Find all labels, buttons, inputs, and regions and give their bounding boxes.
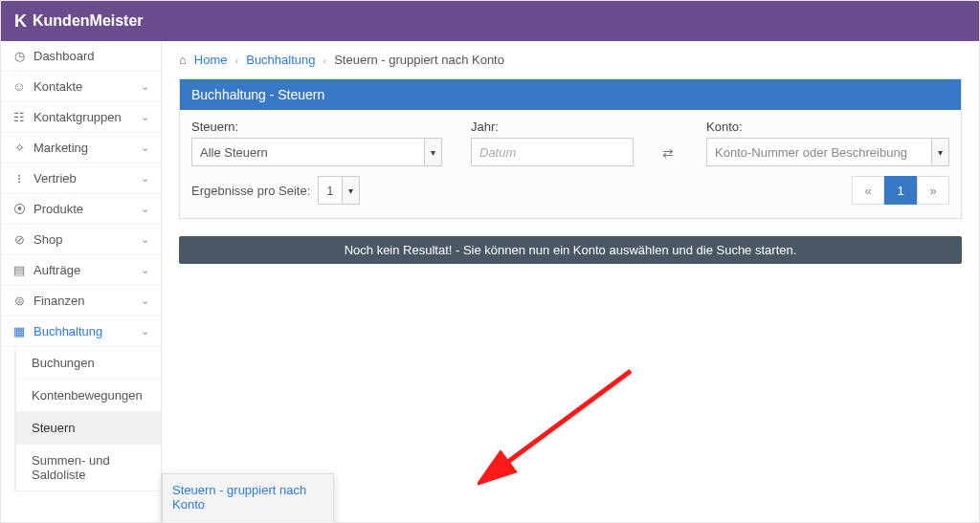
sidebar: ◷Dashboard ☺Kontakte ⌄ ☷Kontaktgruppen ⌄… (1, 41, 162, 522)
sidebar-item-marketing[interactable]: ✧Marketing ⌄ (1, 133, 161, 163)
breadcrumb-current: Steuern - gruppiert nach Konto (334, 53, 504, 67)
filter-panel: Buchhaltung - Steuern Steuern: Alle Steu… (179, 78, 962, 219)
chart-icon: ⫶ (12, 171, 26, 185)
breadcrumb-sep: › (323, 54, 327, 66)
caret-down-icon: ▾ (931, 139, 948, 165)
chevron-down-icon: ⌄ (141, 264, 149, 276)
panel-title: Buchhaltung - Steuern (180, 79, 961, 110)
sidebar-sub-kontenbewegungen[interactable]: Kontenbewegungen (16, 380, 161, 412)
home-icon: ⌂ (179, 53, 187, 67)
sidebar-item-produkte[interactable]: ⦿Produkte ⌄ (1, 194, 161, 225)
swap-icon[interactable]: ⇄ (662, 145, 674, 166)
pager-prev-button[interactable]: « (852, 176, 884, 205)
chevron-down-icon: ⌄ (141, 172, 149, 185)
account-combo[interactable]: Konto-Nummer oder Beschreibung ▾ (706, 138, 949, 166)
sidebar-item-kontakte[interactable]: ☺Kontakte ⌄ (1, 72, 161, 102)
cart-icon: ⊘ (12, 232, 26, 247)
chevron-down-icon: ⌄ (141, 142, 149, 154)
year-label: Jahr: (471, 120, 634, 134)
chevron-down-icon: ⌄ (141, 203, 149, 215)
tax-select[interactable]: Alle Steuern ▾ (191, 138, 442, 166)
sidebar-item-dashboard[interactable]: ◷Dashboard (1, 41, 161, 72)
box-icon: ⦿ (12, 202, 26, 216)
sidebar-item-finanzen[interactable]: ⊜Finanzen ⌄ (1, 286, 161, 316)
main-content: ⌂ Home › Buchhaltung › Steuern - gruppie… (162, 41, 979, 522)
bullhorn-icon: ✧ (12, 141, 26, 155)
pager-page-1-button[interactable]: 1 (884, 176, 917, 205)
sidebar-item-vertrieb[interactable]: ⫶Vertrieb ⌄ (1, 163, 161, 194)
caret-down-icon: ▾ (424, 139, 441, 165)
sidebar-submenu-buchhaltung: Buchungen Kontenbewegungen Steuern Summe… (14, 347, 161, 491)
pager: « 1 » (852, 176, 949, 205)
per-page-label: Ergebnisse pro Seite: (191, 184, 310, 198)
brand-logo[interactable]: K KundenMeister (14, 11, 144, 32)
sidebar-item-kontaktgruppen[interactable]: ☷Kontaktgruppen ⌄ (1, 102, 161, 133)
pager-next-button[interactable]: » (917, 176, 949, 205)
tax-label: Steuern: (191, 120, 442, 134)
account-label: Konto: (706, 120, 949, 134)
chevron-down-icon: ⌄ (141, 111, 149, 123)
no-result-alert: Noch kein Resultat! - Sie können nun ein… (179, 236, 962, 264)
breadcrumb-home[interactable]: Home (194, 53, 228, 67)
sidebar-item-auftraege[interactable]: ▤Aufträge ⌄ (1, 255, 161, 286)
brand-icon: K (14, 11, 27, 32)
sidebar-item-buchhaltung[interactable]: ▦Buchhaltung ⌄ (1, 316, 161, 347)
sidebar-item-shop[interactable]: ⊘Shop ⌄ (1, 225, 161, 255)
breadcrumb: ⌂ Home › Buchhaltung › Steuern - gruppie… (179, 51, 962, 78)
topbar: K KundenMeister (1, 1, 979, 41)
chevron-down-icon: ⌄ (141, 294, 149, 307)
chevron-down-icon: ⌄ (141, 233, 149, 246)
clipboard-icon: ▤ (12, 263, 26, 277)
year-input[interactable]: Datum (471, 138, 634, 166)
coins-icon: ⊜ (12, 294, 26, 308)
sidebar-sub-summen-saldoliste[interactable]: Summen- und Saldoliste (16, 445, 161, 491)
gauge-icon: ◷ (12, 49, 26, 63)
sidebar-sub-buchungen[interactable]: Buchungen (16, 347, 161, 380)
sidebar-sub-steuern[interactable]: Steuern (16, 412, 161, 445)
svg-line-0 (501, 371, 631, 467)
chevron-down-icon: ⌄ (141, 80, 149, 93)
annotation-arrow (478, 361, 650, 495)
users-icon: ☺ (12, 79, 26, 94)
per-page-select[interactable]: 1 ▾ (318, 176, 360, 205)
ledger-icon: ▦ (12, 324, 26, 338)
group-icon: ☷ (12, 110, 26, 124)
breadcrumb-section[interactable]: Buchhaltung (246, 53, 315, 67)
chevron-down-icon: ⌄ (141, 325, 149, 338)
caret-down-icon: ▾ (342, 177, 359, 204)
breadcrumb-sep: › (235, 54, 239, 66)
brand-name: KundenMeister (33, 12, 144, 30)
